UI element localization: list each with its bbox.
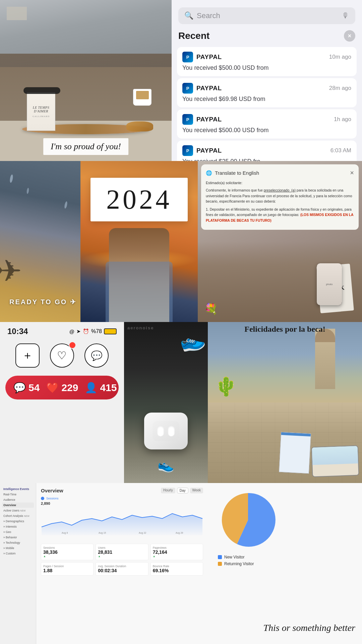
add-button[interactable]: ＋ [15, 343, 40, 368]
tab-day[interactable]: Day [177, 488, 188, 493]
notebook [279, 432, 311, 474]
paypal-name-2: PAYPAL [196, 85, 222, 92]
stat-pps-value: 1.88 [43, 568, 91, 573]
stat-sessions-label: Sessions [43, 546, 91, 549]
legend-returning-dot [218, 562, 222, 566]
recent-close-button[interactable]: × [344, 30, 355, 42]
translate-intro: Cortésmente, le informamos que fue prese… [206, 187, 354, 204]
sessions-legend-label: Sessions [46, 497, 59, 500]
analytics-title: Overview [41, 488, 63, 493]
denim-overlay [106, 262, 173, 322]
paypal-logo-2: P [182, 83, 193, 94]
heart-button[interactable]: ♡ [50, 343, 74, 368]
sidebar-behavior[interactable]: » Behavior [2, 535, 34, 540]
paypal-item-2[interactable]: P PAYPAL 28m ago You received $69.98 USD… [177, 78, 357, 107]
paypal-item-4[interactable]: P PAYPAL 6:03 AM You received $25.00 USD… [177, 141, 357, 161]
sidebar-custom[interactable]: » Custom [2, 551, 34, 556]
year-box: 2024 [90, 178, 188, 221]
accessories-section: aeronoise 👟 👟 [124, 322, 208, 483]
bell-tower [315, 329, 335, 389]
svg-text:Aug 29: Aug 29 [176, 532, 183, 534]
cactus-emoji: 🌵 [215, 376, 238, 397]
search-bar[interactable]: 🔍 Search 🎙 [178, 7, 355, 24]
sidebar-mobile[interactable]: » Mobile [2, 545, 34, 551]
messenger-button[interactable]: 💬 [84, 343, 109, 368]
sidebar-realtime[interactable]: Real-Time [2, 492, 34, 497]
translate-modal-header: 🌐 Translate to English × [206, 169, 354, 177]
comment-icon: 💬 [13, 382, 26, 393]
sidebar-active-users[interactable]: Active Users NEW [2, 508, 34, 513]
sidebar-technology[interactable]: » Technology [2, 540, 34, 545]
translate-section: 🌐 Translate to English × Estimado(a) sol… [198, 161, 362, 322]
analytics-sidebar: Intelligence Events Real-Time Audience O… [0, 483, 36, 644]
book-title: LE TEMPS D'AIMER [30, 106, 52, 113]
stat-users: Users 28,831 ▲ [96, 544, 148, 560]
stat-bounce-label: Bounce Rate [153, 565, 201, 568]
tab-week[interactable]: Week [190, 488, 203, 493]
likes-count: 229 [61, 382, 78, 393]
coffee-cup [133, 89, 152, 106]
stat-sessions-value: 38,336 [43, 549, 91, 555]
airpods-inner [153, 421, 179, 441]
stat-pageviews: Pageviews 72,164 ▲ [150, 544, 203, 560]
paypal-section: 🔍 Search 🎙 Recent × P PAYPAL 10m ago You… [172, 0, 362, 161]
translate-modal[interactable]: 🌐 Translate to English × Estimado(a) sol… [201, 164, 359, 230]
proud-text-box: I'm so proud of you! [43, 138, 128, 155]
sessions-legend-dot [41, 497, 44, 500]
tab-hourly[interactable]: Hourly [161, 488, 175, 493]
translate-title: Translate to English [215, 170, 259, 176]
sidebar-cohort[interactable]: Cohort Analysis NEW [2, 513, 34, 519]
stat-users-label: Users [98, 546, 146, 549]
stat-sessions: Sessions 38,336 ▲ [41, 544, 94, 560]
recent-header: Recent × [172, 28, 362, 45]
mic-icon: 🎙 [342, 11, 349, 20]
paypal-time-4: 6:03 AM [330, 147, 351, 154]
search-input[interactable]: Search [197, 11, 339, 20]
stat-bounce: Bounce Rate 69.16% [150, 562, 203, 576]
paypal-name-3: PAYPAL [196, 116, 222, 123]
paypal-msg-1: You received $500.00 USD from [182, 64, 351, 71]
sidebar-demographics[interactable]: » Demographics [2, 519, 34, 524]
legend-returning-visitor: Returning Visitor [218, 561, 278, 566]
comments-stat: 💬 54 [13, 382, 40, 393]
peak-value: 2,890 [41, 501, 203, 505]
legend-returning-label: Returning Visitor [224, 561, 254, 566]
translate-list-item: 1. Depositar en el Ministerio, su expedi… [206, 207, 354, 223]
translate-body: Estimado(a) solicitante: Cortésmente, le… [206, 180, 354, 223]
likes-stat: ❤️ 229 [46, 382, 78, 393]
paypal-msg-4: You received $25.00 USD fro [182, 158, 351, 161]
stats-pill: 💬 54 ❤️ 229 👤 415 [5, 376, 119, 399]
stat-avg-duration: Avg. Session Duration 00:02:34 [96, 562, 148, 576]
phone-screen: photo [317, 263, 342, 305]
legend-new-label: New Visitor [224, 555, 244, 559]
paypal-item-3[interactable]: P PAYPAL 1h ago You received $500.00 USD… [177, 109, 357, 139]
stat-pageviews-value: 72,164 [153, 549, 201, 555]
search-icon: 🔍 [184, 11, 193, 20]
analytics-main: Overview Hourly Day Week Sessions 2,890 [36, 483, 208, 644]
paypal-logo-4: P [182, 145, 193, 156]
comments-count: 54 [28, 382, 40, 393]
stat-users-trend: ▲ [98, 555, 146, 558]
stat-bounce-value: 69.16% [153, 568, 201, 573]
stat-pages-session: Pages / Session 1.88 [41, 562, 94, 576]
alarm-icon: ⏰ [83, 328, 89, 334]
sidebar-audience[interactable]: Audience [2, 497, 34, 502]
sidebar-intelligence[interactable]: Intelligence Events [2, 486, 34, 492]
paypal-time-3: 1h ago [334, 116, 351, 123]
followers-count: 415 [100, 382, 117, 393]
translate-close-button[interactable]: × [350, 169, 354, 177]
status-bar: 10:34 @ ➤ ⏰ %78 [0, 322, 124, 338]
airplane-emoji: ✈ [0, 253, 22, 288]
navigation-icon: ➤ [76, 328, 81, 334]
airplane-section: ✈ READY TO GO ✈ [0, 161, 80, 322]
sidebar-geo[interactable]: » Geo [2, 529, 34, 535]
paypal-logo-3: P [182, 114, 193, 125]
airpod-left [157, 426, 164, 436]
legend-new-dot [218, 555, 222, 559]
sidebar-interests[interactable]: » Interests [2, 524, 34, 529]
paypal-msg-2: You received $69.98 USD from [182, 96, 351, 103]
paypal-item-1[interactable]: P PAYPAL 10m ago You received $500.00 US… [177, 47, 357, 76]
status-time: 10:34 [7, 327, 28, 336]
laptop [311, 445, 359, 477]
sidebar-overview[interactable]: Overview [2, 502, 34, 508]
